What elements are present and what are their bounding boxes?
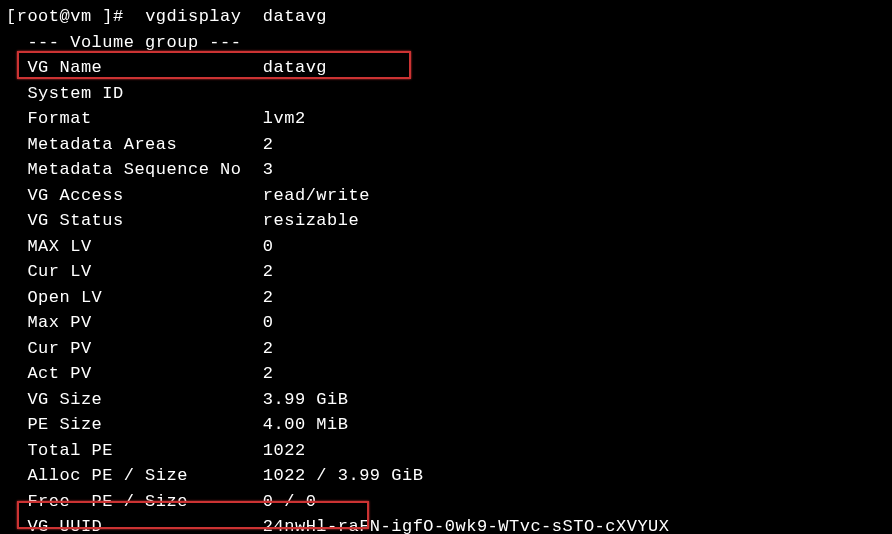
command-text: vgdisplay datavg (145, 7, 327, 26)
output-row-vg-size: VG Size 3.99 GiB (6, 387, 886, 413)
row-label: Metadata Areas (6, 132, 252, 158)
output-row-vg-uuid: VG UUID 24nwHl-raFN-igfO-0wk9-WTvc-sSTO-… (6, 514, 886, 534)
row-value: 2 (263, 259, 274, 285)
row-value: lvm2 (263, 106, 306, 132)
row-label: Act PV (6, 361, 252, 387)
command-line: [root@vm ]# vgdisplay datavg (6, 4, 886, 30)
row-label: Max PV (6, 310, 252, 336)
row-label: VG Access (6, 183, 252, 209)
row-label: VG Size (6, 387, 252, 413)
row-value: 0 (263, 310, 274, 336)
row-label: VG Name (6, 55, 252, 81)
section-header: --- Volume group --- (6, 30, 886, 56)
row-value: 0 (263, 234, 274, 260)
output-row-vg-name: VG Name datavg (6, 55, 886, 81)
output-row-pe-size: PE Size 4.00 MiB (6, 412, 886, 438)
output-row-format: Format lvm2 (6, 106, 886, 132)
row-label: Cur LV (6, 259, 252, 285)
output-row-alloc-pe: Alloc PE / Size 1022 / 3.99 GiB (6, 463, 886, 489)
output-row-metadata-areas: Metadata Areas 2 (6, 132, 886, 158)
row-value: 2 (263, 285, 274, 311)
row-value: 3.99 GiB (263, 387, 349, 413)
row-value: read/write (263, 183, 370, 209)
row-label: Metadata Sequence No (6, 157, 252, 183)
row-label: Format (6, 106, 252, 132)
row-label: MAX LV (6, 234, 252, 260)
row-value: datavg (263, 55, 327, 81)
output-row-vg-access: VG Access read/write (6, 183, 886, 209)
row-value: 0 / 0 (263, 489, 317, 515)
row-value: 1022 (263, 438, 306, 464)
output-row-metadata-seq: Metadata Sequence No 3 (6, 157, 886, 183)
output-row-total-pe: Total PE 1022 (6, 438, 886, 464)
terminal-output: [root@vm ]# vgdisplay datavg --- Volume … (6, 4, 886, 534)
row-label: PE Size (6, 412, 252, 438)
output-row-free-pe: Free PE / Size 0 / 0 (6, 489, 886, 515)
output-row-cur-lv: Cur LV 2 (6, 259, 886, 285)
row-value: 2 (263, 132, 274, 158)
output-row-system-id: System ID (6, 81, 886, 107)
row-label: VG Status (6, 208, 252, 234)
row-value: resizable (263, 208, 359, 234)
output-row-cur-pv: Cur PV 2 (6, 336, 886, 362)
row-label: Cur PV (6, 336, 252, 362)
row-label: Free PE / Size (6, 489, 252, 515)
row-label: Total PE (6, 438, 252, 464)
output-row-max-lv: MAX LV 0 (6, 234, 886, 260)
row-value: 2 (263, 361, 274, 387)
output-row-act-pv: Act PV 2 (6, 361, 886, 387)
row-value: 2 (263, 336, 274, 362)
prompt-user-host: [root@vm ]# (6, 7, 124, 26)
row-value: 4.00 MiB (263, 412, 349, 438)
row-value: 1022 / 3.99 GiB (263, 463, 424, 489)
row-value: 3 (263, 157, 274, 183)
output-row-open-lv: Open LV 2 (6, 285, 886, 311)
row-value: 24nwHl-raFN-igfO-0wk9-WTvc-sSTO-cXVYUX (263, 514, 670, 534)
row-label: Alloc PE / Size (6, 463, 252, 489)
row-label: Open LV (6, 285, 252, 311)
row-label: VG UUID (6, 514, 252, 534)
row-label: System ID (6, 81, 252, 107)
output-row-vg-status: VG Status resizable (6, 208, 886, 234)
output-row-max-pv: Max PV 0 (6, 310, 886, 336)
